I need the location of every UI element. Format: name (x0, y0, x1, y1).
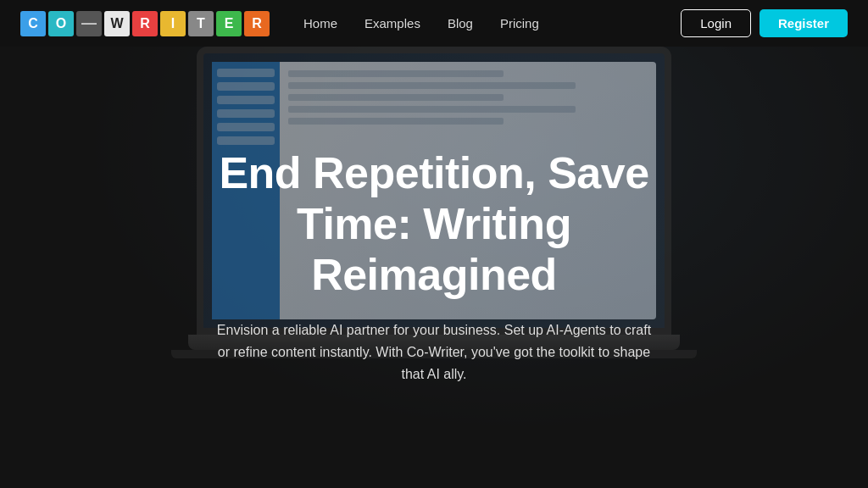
logo-tile-dash: — (76, 11, 102, 36)
logo-tile-w: W (104, 11, 130, 36)
logo-tile-i: I (160, 11, 186, 36)
hero-title: End Repetition, Save Time: Writing Reima… (171, 148, 697, 300)
logo-tile-r2: R (244, 11, 270, 36)
hero-subtitle: Envision a reliable AI partner for your … (214, 319, 654, 386)
nav-blog[interactable]: Blog (448, 16, 473, 30)
logo-tile-e: E (216, 11, 242, 36)
nav-links: Home Examples Blog Pricing (303, 16, 681, 30)
logo-tile-o: O (48, 11, 74, 36)
nav-examples[interactable]: Examples (364, 16, 420, 30)
navbar: C O — W R I T E R Home Examples Blog Pri… (0, 0, 868, 47)
nav-pricing[interactable]: Pricing (500, 16, 539, 30)
logo-tile-t: T (188, 11, 214, 36)
logo-tile-r1: R (132, 11, 158, 36)
logo: C O — W R I T E R (20, 11, 270, 36)
register-button[interactable]: Register (760, 9, 848, 37)
hero-content: End Repetition, Save Time: Writing Reima… (171, 102, 697, 386)
nav-buttons: Login Register (681, 9, 848, 37)
logo-tile-c: C (20, 11, 46, 36)
hero-section: End Repetition, Save Time: Writing Reima… (0, 0, 868, 488)
login-button[interactable]: Login (681, 9, 751, 37)
nav-home[interactable]: Home (303, 16, 337, 30)
